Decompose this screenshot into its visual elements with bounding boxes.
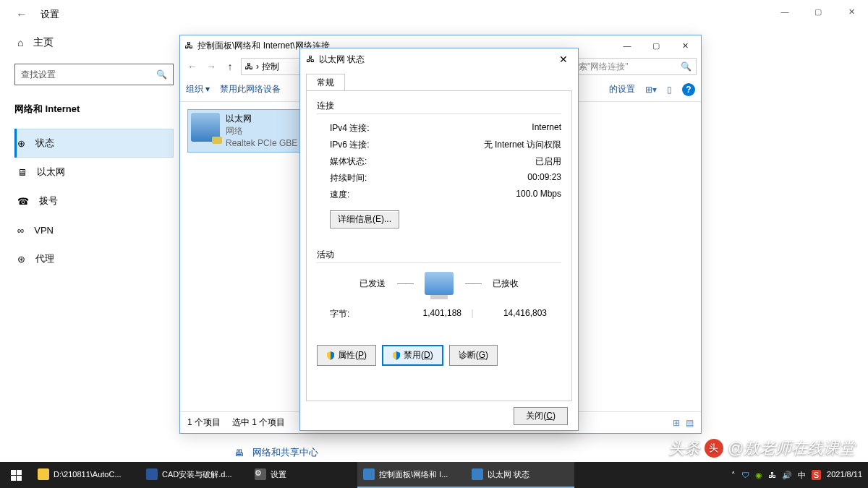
duration-value: 00:09:23 bbox=[527, 172, 561, 184]
settings-title: 设置 bbox=[41, 8, 59, 21]
ethernet-adapter[interactable]: 以太网 网络 Realtek PCIe GBE bbox=[187, 109, 318, 153]
speed-value: 100.0 Mbps bbox=[516, 189, 561, 201]
view-menu[interactable]: ⊞▾ bbox=[645, 85, 657, 95]
sent-label: 已发送 bbox=[359, 278, 386, 290]
tray-up-icon[interactable]: ˄ bbox=[731, 471, 736, 480]
taskbar-item[interactable]: D:\210811\AutoC... bbox=[32, 462, 140, 488]
home-link[interactable]: ⌂ 主页 bbox=[14, 36, 174, 49]
taskbar-item[interactable]: 以太网 状态 bbox=[466, 462, 574, 488]
cp-icon: 🖧 bbox=[184, 40, 193, 51]
properties-button[interactable]: 属性(P) bbox=[317, 345, 376, 366]
search-icon: 🔍 bbox=[681, 61, 692, 72]
shield-icon bbox=[392, 351, 401, 360]
nav-dial[interactable]: ☎拨号 bbox=[14, 187, 174, 215]
cp-search[interactable]: 索"网络连接" 🔍 bbox=[574, 58, 697, 75]
search-placeholder: 查找设置 bbox=[21, 69, 56, 81]
proxy-icon: ⊛ bbox=[17, 254, 25, 265]
ethernet-status-dialog: 🖧 以太网 状态 ✕ 常规 连接 IPv4 连接:Internet IPv6 连… bbox=[299, 48, 579, 431]
section-heading: 网络和 Internet bbox=[14, 103, 174, 116]
nav-ethernet[interactable]: 🖥以太网 bbox=[14, 158, 174, 187]
tab-general[interactable]: 常规 bbox=[306, 74, 345, 91]
nav-back[interactable]: ← bbox=[184, 59, 200, 74]
group-activity: 活动 bbox=[317, 249, 561, 261]
tray-shield-icon[interactable]: 🛡 bbox=[741, 471, 749, 479]
disable-button[interactable]: 禁用(D) bbox=[382, 345, 443, 366]
settings-sidebar: ⌂ 主页 查找设置 🔍 网络和 Internet ⊕状态 🖥以太网 ☎拨号 ∞V… bbox=[14, 29, 174, 273]
system-tray: ˄ 🛡 ◉ 🖧 🔊 中 S 2021/8/11 bbox=[731, 470, 868, 481]
adapter-net: 网络 bbox=[226, 125, 297, 137]
shield-icon bbox=[326, 351, 335, 360]
group-connection: 连接 bbox=[317, 100, 561, 112]
home-label: 主页 bbox=[33, 36, 54, 49]
vpn-icon: ∞ bbox=[17, 225, 24, 236]
bytes-sent: 1,401,188 bbox=[382, 308, 461, 320]
cp-minimize[interactable]: — bbox=[613, 37, 642, 54]
network-sharing-link[interactable]: 🖶 网络和共享中心 bbox=[234, 446, 318, 459]
details-button[interactable]: 详细信息(E)... bbox=[330, 210, 399, 228]
folder-icon: 🖧 bbox=[244, 61, 253, 72]
printer-icon: 🖶 bbox=[234, 448, 244, 458]
watermark: 头条 头 @敖老师在线课堂 bbox=[668, 437, 855, 459]
adapter-dev: Realtek PCIe GBE bbox=[226, 137, 297, 150]
view-details-icon[interactable]: ⊞ bbox=[673, 418, 680, 428]
minimize-button[interactable]: — bbox=[768, 0, 801, 23]
nav-proxy[interactable]: ⊛代理 bbox=[14, 244, 174, 273]
nav-vpn[interactable]: ∞VPN bbox=[14, 215, 174, 244]
cp-close[interactable]: ✕ bbox=[671, 37, 699, 54]
adapter-name: 以太网 bbox=[226, 113, 297, 125]
start-button[interactable] bbox=[0, 462, 32, 488]
dlg-close[interactable]: ✕ bbox=[555, 52, 572, 67]
status-icon: ⊕ bbox=[17, 138, 25, 149]
back-button[interactable]: ← bbox=[7, 8, 36, 21]
watermark-badge: 头 bbox=[705, 439, 723, 458]
organize-menu[interactable]: 组织 ▾ bbox=[186, 83, 210, 95]
dial-icon: ☎ bbox=[17, 196, 29, 207]
adapter-icon bbox=[191, 113, 220, 142]
tray-sogou-icon[interactable]: S bbox=[812, 470, 821, 480]
item-count: 1 个项目 bbox=[187, 416, 221, 429]
disable-device[interactable]: 禁用此网络设备 bbox=[220, 83, 281, 95]
activity-icon bbox=[425, 272, 454, 295]
bytes-recv: 14,416,803 bbox=[483, 308, 561, 320]
ethernet-icon: 🖥 bbox=[17, 167, 27, 178]
settings-titlebar: ← 设置 — ▢ ✕ bbox=[0, 0, 868, 29]
taskbar: D:\210811\AutoC... CAD安装与破解.d... ⚙设置 控制面… bbox=[0, 462, 868, 488]
view-large-icon[interactable]: ▤ bbox=[686, 418, 694, 428]
dlg-body: 连接 IPv4 连接:Internet IPv6 连接:无 Internet 访… bbox=[306, 90, 572, 401]
close-button[interactable]: ✕ bbox=[835, 0, 868, 23]
tray-volume-icon[interactable]: 🔊 bbox=[782, 471, 792, 480]
ipv6-value: 无 Internet 访问权限 bbox=[484, 139, 561, 151]
preview-pane[interactable]: ▯ bbox=[667, 85, 672, 95]
nav-status[interactable]: ⊕状态 bbox=[14, 129, 174, 158]
dlg-title-text: 以太网 状态 bbox=[319, 53, 365, 66]
recv-label: 已接收 bbox=[493, 278, 519, 290]
taskbar-item[interactable]: CAD安装与破解.d... bbox=[140, 462, 249, 488]
taskbar-item[interactable]: 控制面板\网络和 I... bbox=[357, 462, 466, 488]
search-icon: 🔍 bbox=[156, 69, 167, 80]
maximize-button[interactable]: ▢ bbox=[801, 0, 835, 23]
tray-network-icon[interactable]: 🖧 bbox=[768, 471, 776, 479]
taskbar-item[interactable]: ⚙设置 bbox=[249, 462, 357, 488]
selected-count: 选中 1 个项目 bbox=[232, 416, 285, 429]
nav-fwd[interactable]: → bbox=[203, 59, 219, 74]
media-value: 已启用 bbox=[535, 155, 561, 168]
settings-label: 的设置 bbox=[609, 83, 635, 95]
nav-up[interactable]: ↑ bbox=[222, 59, 238, 74]
tray-ime-icon[interactable]: 中 bbox=[798, 470, 806, 481]
ipv4-value: Internet bbox=[532, 122, 561, 134]
diagnose-button[interactable]: 诊断(G) bbox=[449, 345, 498, 366]
tray-nvidia-icon[interactable]: ◉ bbox=[755, 471, 762, 480]
taskbar-clock[interactable]: 2021/8/11 bbox=[827, 470, 862, 479]
help-button[interactable]: ? bbox=[682, 83, 695, 96]
window-controls: — ▢ ✕ bbox=[768, 0, 868, 23]
search-input[interactable]: 查找设置 🔍 bbox=[14, 64, 174, 85]
home-icon: ⌂ bbox=[17, 37, 23, 48]
close-button[interactable]: 关闭(C) bbox=[514, 407, 568, 425]
cp-maximize[interactable]: ▢ bbox=[642, 37, 671, 54]
windows-icon bbox=[11, 470, 22, 481]
dlg-titlebar: 🖧 以太网 状态 ✕ bbox=[300, 48, 578, 70]
network-icon: 🖧 bbox=[306, 54, 315, 64]
